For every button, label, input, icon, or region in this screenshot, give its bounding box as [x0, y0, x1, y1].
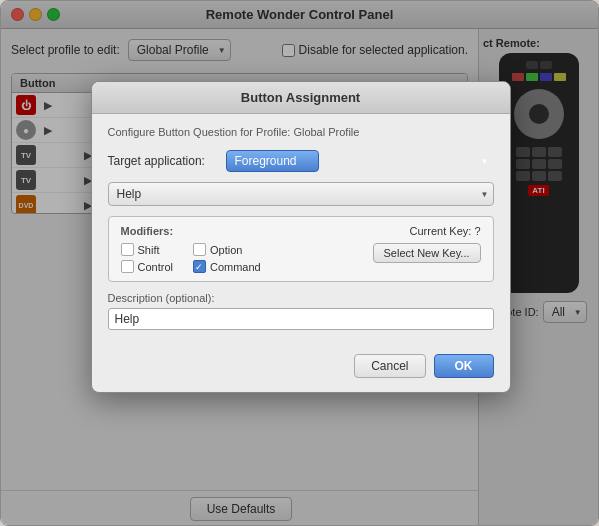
modifiers-section: Modifiers: Current Key: ? Shift [108, 216, 494, 282]
modifiers-col-left: Shift Control [121, 243, 173, 273]
dialog-content: Configure Button Question for Profile: G… [92, 114, 510, 354]
control-label: Control [138, 261, 173, 273]
command-checkbox[interactable] [193, 260, 206, 273]
modifiers-label: Modifiers: [121, 225, 174, 237]
ok-button[interactable]: OK [434, 354, 494, 378]
command-label: Command [210, 261, 261, 273]
select-new-key-container: Select New Key... [261, 243, 481, 263]
dialog-buttons: Cancel OK [92, 354, 510, 392]
dialog-subtitle: Configure Button Question for Profile: G… [108, 126, 494, 138]
modifiers-col-right: Option Command [193, 243, 261, 273]
shift-label: Shift [138, 244, 160, 256]
target-app-row: Target application: Foreground [108, 150, 494, 172]
select-new-key-button[interactable]: Select New Key... [373, 243, 481, 263]
modifier-control: Control [121, 260, 173, 273]
help-row: Help [108, 182, 494, 206]
target-app-label: Target application: [108, 154, 218, 168]
dialog-title-bar: Button Assignment [92, 82, 510, 114]
option-label: Option [210, 244, 242, 256]
description-section: Description (optional): [108, 292, 494, 330]
modifiers-row: Shift Control Option [121, 243, 261, 273]
option-checkbox[interactable] [193, 243, 206, 256]
description-label: Description (optional): [108, 292, 494, 304]
modifier-command: Command [193, 260, 261, 273]
modifiers-title-row: Modifiers: Current Key: ? [121, 225, 481, 237]
dialog: Button Assignment Configure Button Quest… [91, 81, 511, 393]
shift-checkbox[interactable] [121, 243, 134, 256]
target-app-select[interactable]: Foreground [226, 150, 319, 172]
cancel-button[interactable]: Cancel [354, 354, 425, 378]
main-window: Remote Wonder Control Panel Select profi… [0, 0, 599, 526]
description-input[interactable] [108, 308, 494, 330]
control-checkbox[interactable] [121, 260, 134, 273]
help-select-wrapper: Help [108, 182, 494, 206]
current-key: Current Key: ? [410, 225, 481, 237]
modifier-shift: Shift [121, 243, 173, 256]
help-select[interactable]: Help [108, 182, 494, 206]
modal-overlay: Button Assignment Configure Button Quest… [1, 1, 599, 526]
dialog-title: Button Assignment [241, 90, 360, 105]
target-app-select-wrapper: Foreground [226, 150, 494, 172]
modifier-option: Option [193, 243, 261, 256]
